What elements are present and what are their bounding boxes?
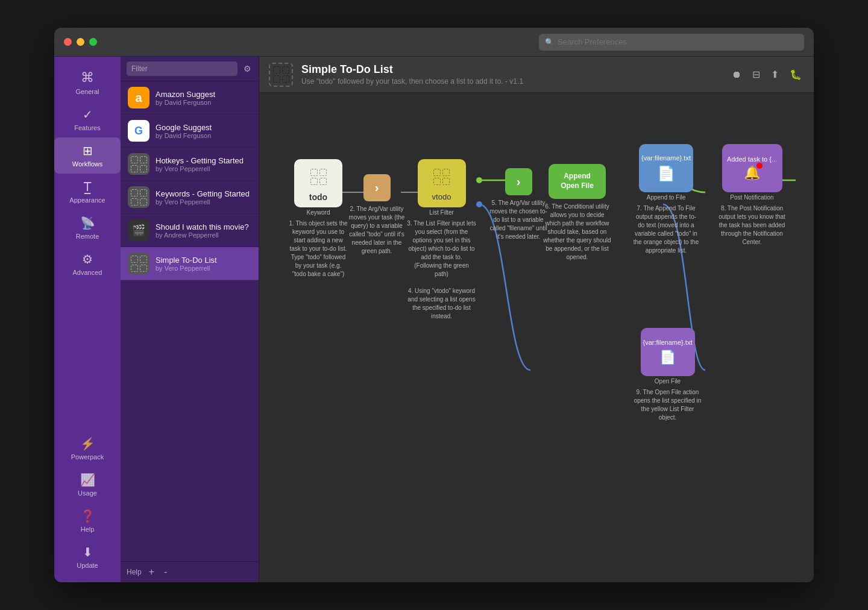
list-item[interactable]: G Google Suggest by David Ferguson <box>121 115 259 148</box>
workflow-info: Should I watch this movie? by Andrew Pep… <box>156 222 251 239</box>
sidebar-item-usage[interactable]: 📈 Usage <box>54 467 121 503</box>
workflow-info: Hotkeys - Getting Started by Vero Pepper… <box>156 156 251 172</box>
sidebar-item-features[interactable]: ✓ Features <box>54 101 121 137</box>
open-file-sublabel: Open File <box>655 378 681 385</box>
usage-icon: 📈 <box>80 473 95 487</box>
arg-var-2-desc: 5. The Arg/Var utility moves the chosen … <box>488 199 549 241</box>
sidebar-item-powerpack[interactable]: ⚡ Powerpack <box>54 430 121 467</box>
workflow-info: Keywords - Getting Started by Vero Peppe… <box>156 189 251 206</box>
record-button[interactable]: ⏺ <box>729 67 744 83</box>
main-content: ⌘ General ✓ Features ⊞ Workflows T̲ Appe… <box>54 57 814 582</box>
panel-actions: ⏺ ⊟ ⬆ 🐛 <box>729 66 804 83</box>
close-button[interactable] <box>64 38 72 46</box>
sidebar-item-workflows[interactable]: ⊞ Workflows <box>54 137 121 174</box>
list-item[interactable]: 🎬 Should I watch this movie? by Andrew P… <box>121 214 259 247</box>
panel-subtitle: Use "todo" followed by your task, then c… <box>301 77 721 86</box>
panel-title-area: Simple To-Do List Use "todo" followed by… <box>301 63 721 86</box>
workflow-icon-movie: 🎬 <box>128 219 149 241</box>
list-item[interactable]: Hotkeys - Getting Started by Vero Pepper… <box>121 148 259 181</box>
list-filter-node[interactable]: vtodo List Filter 3. The List Filter inp… <box>407 159 476 321</box>
sidebar-item-general[interactable]: ⌘ General <box>54 64 121 101</box>
workflow-name: Hotkeys - Getting Started <box>156 156 251 165</box>
arg-var-1-node[interactable]: › 2. The Arg/Var utility moves your task… <box>347 174 407 256</box>
post-notification-desc: 8. The Post Notification output lets you… <box>717 204 787 247</box>
keyword-node[interactable]: todo Keyword 1. This object sets the key… <box>288 159 348 278</box>
sidebar-item-remote[interactable]: 📡 Remote <box>54 210 121 246</box>
main-panel: Simple To-Do List Use "todo" followed by… <box>259 57 814 582</box>
arg-var-2-node[interactable]: › 5. The Arg/Var utility moves the chose… <box>488 168 549 241</box>
workflow-author: by Andrew Pepperrell <box>156 231 251 239</box>
append-open-node[interactable]: AppendOpen File 6. The Conditional utili… <box>542 164 612 262</box>
maximize-button[interactable] <box>89 38 97 46</box>
workflow-author: by Vero Pepperrell <box>156 165 251 172</box>
panel-workflow-icon <box>269 63 293 87</box>
workflow-icon-amazon: a <box>128 87 149 108</box>
features-icon: ✓ <box>83 107 93 122</box>
append-file-label: {var:filename}.txt <box>641 154 691 162</box>
powerpack-icon: ⚡ <box>80 436 95 451</box>
workflow-name: Amazon Suggest <box>156 90 251 99</box>
sidebar-item-update[interactable]: ⬇ Update <box>54 539 121 575</box>
workflow-name: Simple To-Do List <box>156 256 251 265</box>
workflow-author: by Vero Pepperrell <box>156 265 251 272</box>
sidebar-item-help[interactable]: ❓ Help <box>54 503 121 539</box>
append-file-desc: 7. The Append To File output appends the… <box>633 204 699 255</box>
workflow-name: Should I watch this movie? <box>156 222 251 231</box>
filter-input[interactable] <box>127 61 237 76</box>
export-button[interactable]: ⬆ <box>769 66 781 83</box>
sidebar-item-label: Powerpack <box>71 453 104 461</box>
remove-workflow-button[interactable]: - <box>162 565 169 579</box>
list-item[interactable]: a Amazon Suggest by David Ferguson <box>121 81 259 115</box>
workflow-canvas[interactable]: todo Keyword 1. This object sets the key… <box>259 93 814 582</box>
workflow-icon-google: G <box>128 120 149 142</box>
list-footer: Help + - <box>121 561 259 582</box>
open-file-desc: 9. The Open File action opens the list s… <box>633 388 702 422</box>
sidebar-item-label: Help <box>81 526 95 533</box>
toggle-button[interactable]: ⊟ <box>750 66 763 83</box>
svg-point-2 <box>476 177 482 183</box>
general-icon: ⌘ <box>81 70 94 86</box>
gear-button[interactable]: ⚙ <box>242 63 253 75</box>
add-workflow-button[interactable]: + <box>146 565 157 579</box>
help-icon: ❓ <box>80 509 95 523</box>
help-button[interactable]: Help <box>127 568 142 576</box>
search-icon: 🔍 <box>545 38 554 46</box>
advanced-icon: ⚙ <box>82 252 93 266</box>
nav-sidebar: ⌘ General ✓ Features ⊞ Workflows T̲ Appe… <box>54 57 121 582</box>
sidebar-item-label: Usage <box>78 489 97 497</box>
debug-button[interactable]: 🐛 <box>787 66 804 83</box>
sidebar-item-label: Workflows <box>72 160 103 168</box>
list-header: ⚙ <box>121 57 259 81</box>
app-window: 🔍 ⌘ General ✓ Features ⊞ Workflows T̲ Ap… <box>54 28 814 582</box>
workflow-list: ⚙ a Amazon Suggest by David Ferguson G <box>121 57 259 582</box>
workflow-author: by David Ferguson <box>156 132 251 139</box>
search-input[interactable] <box>558 37 798 46</box>
open-file-node[interactable]: {var:filename}.txt 📄 Open File 9. The Op… <box>633 328 702 422</box>
workflow-author: by David Ferguson <box>156 99 251 106</box>
arg-var-1-desc: 2. The Arg/Var utility moves your task (… <box>347 205 407 256</box>
sidebar-item-label: Update <box>77 562 98 569</box>
post-notification-node[interactable]: Added task to {... 🔔 Post Notification 8… <box>717 144 787 247</box>
open-file-label: {var:filename}.txt <box>643 339 693 346</box>
workflow-icon-hotkeys <box>128 153 149 175</box>
append-file-sublabel: Append to File <box>647 194 686 201</box>
svg-point-3 <box>476 201 482 207</box>
workflow-author: by Vero Pepperrell <box>156 198 251 206</box>
minimize-button[interactable] <box>77 38 84 46</box>
keyword-sublabel: Keyword <box>307 209 330 216</box>
traffic-lights <box>64 38 97 46</box>
list-item[interactable]: Simple To-Do List by Vero Pepperrell <box>121 247 259 280</box>
sidebar-item-label: General <box>75 88 99 95</box>
sidebar-item-appearance[interactable]: T̲ Appearance <box>54 174 121 210</box>
sidebar-item-label: Advanced <box>73 269 102 276</box>
list-item[interactable]: Keywords - Getting Started by Vero Peppe… <box>121 181 259 214</box>
sidebar-item-label: Remote <box>76 233 99 240</box>
titlebar: 🔍 <box>54 28 814 57</box>
sidebar-item-advanced[interactable]: ⚙ Advanced <box>54 246 121 282</box>
titlebar-search-bar[interactable]: 🔍 <box>539 34 804 51</box>
append-open-desc: 6. The Conditional utility allows you to… <box>542 203 612 262</box>
append-file-node[interactable]: {var:filename}.txt 📄 Append to File 7. T… <box>633 144 699 255</box>
post-notification-sublabel: Post Notification <box>730 194 773 201</box>
workflow-icon-todo <box>128 253 149 274</box>
canvas-inner: todo Keyword 1. This object sets the key… <box>277 111 814 485</box>
